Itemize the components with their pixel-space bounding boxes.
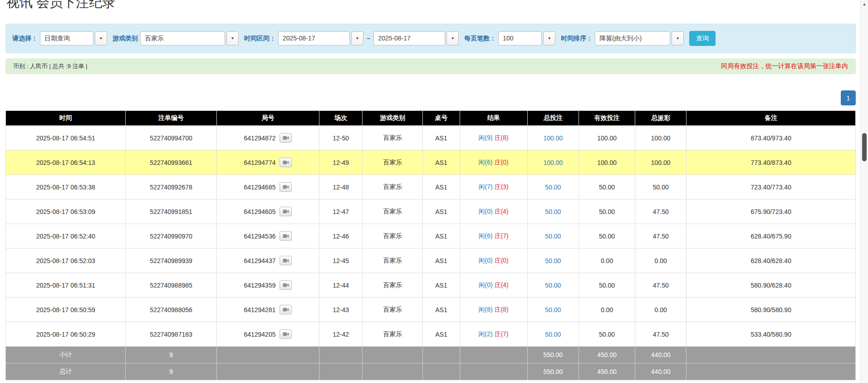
- footer-cell: [363, 347, 423, 363]
- video-replay-icon[interactable]: [280, 133, 292, 143]
- cell-valid-bet: 100.00: [579, 150, 635, 175]
- result-player: 闲(0): [479, 281, 493, 288]
- cell-round: 641294359: [216, 273, 319, 298]
- cell-result: 闲(2)庄(7): [460, 322, 527, 347]
- cell-game-type: 百家乐: [363, 150, 423, 175]
- page-size-dropdown[interactable]: 100 ▼: [498, 31, 555, 45]
- time-sort-dropdown[interactable]: 降冪(由大到小) ▼: [595, 31, 684, 45]
- cell-result: 闲(9)庄(8): [460, 126, 527, 150]
- footer-cell: [460, 347, 527, 363]
- page-button-1[interactable]: 1: [841, 90, 856, 105]
- footer-cell: [687, 347, 856, 363]
- cell-remark: 580.90/628.40: [687, 273, 856, 298]
- cell-total-bet: 50.00: [527, 199, 579, 224]
- total-bet-link[interactable]: 100.00: [543, 134, 563, 142]
- video-replay-icon[interactable]: [280, 182, 292, 192]
- footer-cell: 9: [126, 363, 216, 380]
- cell-remark: 628.40/628.40: [687, 249, 856, 273]
- video-replay-icon[interactable]: [280, 207, 292, 216]
- table-row: 2025-08-17 06:54:13 522740993661 6412947…: [6, 150, 856, 175]
- video-replay-icon[interactable]: [280, 231, 292, 241]
- result-player: 闲(2): [479, 330, 493, 338]
- cell-payout: 47.50: [635, 273, 687, 298]
- table-row: 2025-08-17 06:51:31 522740988985 6412943…: [6, 273, 856, 298]
- total-bet-link[interactable]: 50.00: [545, 306, 561, 313]
- caret-down-icon[interactable]: ▼: [226, 31, 239, 45]
- footer-cell: [460, 363, 527, 380]
- page-title: 视讯 会员下注纪录: [6, 0, 856, 12]
- cell-bet-id: 522740989939: [126, 249, 216, 273]
- cell-bet-id: 522740993661: [126, 150, 216, 175]
- date-from-dropdown[interactable]: 2025-08-17 ▼: [278, 31, 363, 45]
- footer-cell: 440.00: [635, 347, 687, 363]
- caret-down-icon[interactable]: ▼: [672, 31, 684, 45]
- cell-time: 2025-08-17 06:53:09: [6, 199, 126, 224]
- date-to-value[interactable]: 2025-08-17: [373, 31, 445, 45]
- date-from-value[interactable]: 2025-08-17: [278, 31, 350, 45]
- cell-time: 2025-08-17 06:52:03: [6, 249, 126, 273]
- cell-payout: 100.00: [635, 126, 687, 150]
- query-type-dropdown[interactable]: 日期查询 ▼: [40, 31, 107, 45]
- result-player: 闲(6): [479, 159, 493, 166]
- summary-bar: 币别 : 人民币 | 总共 :9 注单 | 同局有效投注，统一计算在该局第一张注…: [5, 59, 856, 74]
- table-footer-row: 小计9550.00450.00440.00: [6, 347, 856, 363]
- result-banker: 庄(4): [495, 281, 509, 288]
- cell-total-bet: 50.00: [527, 298, 579, 322]
- round-id: 641294281: [244, 306, 275, 313]
- cell-time: 2025-08-17 06:51:31: [6, 273, 126, 298]
- video-replay-icon[interactable]: [280, 280, 292, 290]
- cell-result: 闲(0)庄(4): [460, 199, 527, 224]
- cell-result: 闲(0)庄(0): [460, 249, 527, 273]
- table-row: 2025-08-17 06:52:03 522740989939 6412944…: [6, 249, 856, 273]
- time-sort-value[interactable]: 降冪(由大到小): [595, 31, 670, 45]
- video-replay-icon[interactable]: [280, 256, 292, 265]
- total-bet-link[interactable]: 50.00: [545, 208, 561, 215]
- game-type-dropdown[interactable]: 百家乐 ▼: [140, 31, 239, 45]
- cell-session: 12-50: [319, 126, 363, 150]
- cell-table: AS1: [423, 199, 460, 224]
- caret-down-icon[interactable]: ▼: [446, 31, 459, 45]
- total-bet-link[interactable]: 50.00: [545, 282, 561, 289]
- page-size-value[interactable]: 100: [498, 31, 542, 45]
- date-range-label: 时间区间：: [244, 35, 276, 43]
- cell-game-type: 百家乐: [363, 249, 423, 273]
- cell-remark: 533.40/580.90: [687, 322, 856, 347]
- result-player: 闲(8): [479, 306, 493, 313]
- cell-table: AS1: [423, 273, 460, 298]
- footer-cell: 550.00: [527, 363, 579, 380]
- footer-cell: [363, 363, 423, 380]
- caret-down-icon[interactable]: ▼: [351, 31, 363, 45]
- scrollbar-thumb[interactable]: [862, 133, 867, 161]
- cell-round: 641294685: [216, 175, 319, 199]
- round-id: 641294536: [244, 233, 275, 240]
- round-id: 641294205: [244, 331, 275, 338]
- query-type-value[interactable]: 日期查询: [40, 31, 93, 45]
- total-bet-link[interactable]: 50.00: [545, 257, 561, 264]
- cell-result: 闲(7)庄(3): [460, 175, 527, 199]
- total-bet-link[interactable]: 50.00: [545, 184, 561, 191]
- footer-cell: 9: [126, 347, 216, 363]
- video-replay-icon[interactable]: [280, 305, 292, 314]
- result-banker: 庄(8): [495, 134, 509, 141]
- cell-bet-id: 522740988985: [126, 273, 216, 298]
- main-content: 视讯 会员下注纪录 请选择： 日期查询 ▼ 游戏类别 百家乐 ▼ 时间区间： 2…: [5, 0, 856, 380]
- scrollbar-track[interactable]: ▲: [860, 0, 868, 383]
- video-replay-icon[interactable]: [280, 158, 292, 167]
- column-header-game-type: 游戏类别: [363, 111, 423, 126]
- caret-down-icon[interactable]: ▼: [95, 31, 107, 45]
- total-bet-link[interactable]: 50.00: [545, 233, 561, 240]
- game-type-value[interactable]: 百家乐: [140, 31, 225, 45]
- result-banker: 庄(0): [495, 159, 509, 166]
- table-row: 2025-08-17 06:53:38 522740992678 6412946…: [6, 175, 856, 199]
- caret-down-icon[interactable]: ▼: [543, 31, 555, 45]
- total-bet-link[interactable]: 50.00: [545, 331, 561, 338]
- date-to-dropdown[interactable]: 2025-08-17 ▼: [373, 31, 459, 45]
- scroll-up-arrow-icon[interactable]: ▲: [861, 1, 868, 7]
- video-replay-icon[interactable]: [280, 329, 292, 339]
- table-row: 2025-08-17 06:50:59 522740988056 6412942…: [6, 298, 856, 322]
- cell-remark: 580.90/580.90: [687, 298, 856, 322]
- search-button[interactable]: 查询: [689, 31, 716, 46]
- total-bet-link[interactable]: 100.00: [543, 159, 563, 166]
- cell-payout: 47.50: [635, 224, 687, 249]
- cell-bet-id: 522740988056: [126, 298, 216, 322]
